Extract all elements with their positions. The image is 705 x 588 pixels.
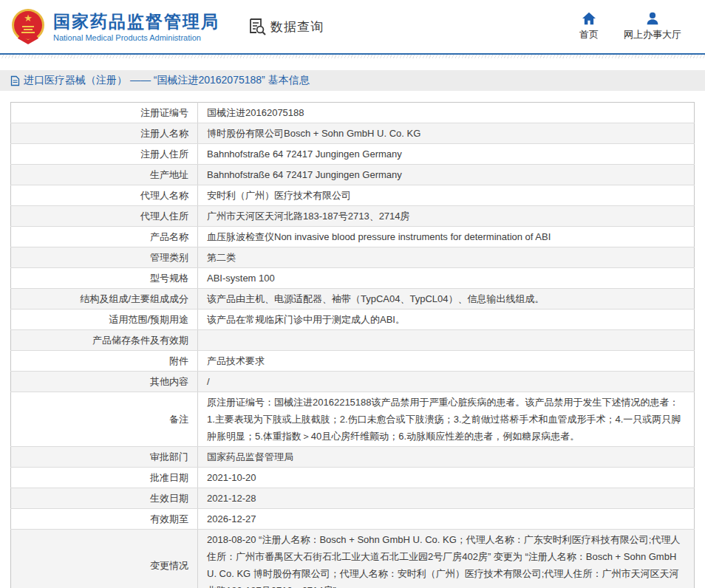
data-query-icon (248, 17, 268, 37)
row-label: 产品名称 (11, 227, 198, 247)
row-label: 附件 (11, 351, 198, 372)
row-label: 管理类别 (11, 247, 198, 268)
agency-title-en: National Medical Products Administration (53, 33, 219, 42)
row-label: 型号规格 (11, 268, 198, 289)
user-icon (645, 12, 660, 25)
table-row: 生效日期2021-12-28 (11, 488, 695, 509)
row-label: 注册人住所 (11, 144, 198, 165)
row-value: 安时利（广州）医疗技术有限公司 (198, 185, 695, 206)
table-row: 代理人住所广州市天河区天河北路183-187号2713、2714房 (11, 206, 695, 227)
table-row: 有效期至2026-12-27 (11, 509, 695, 530)
table-row: 批准日期2021-10-20 (11, 468, 695, 488)
agency-title-block: 国家药品监督管理局 National Medical Products Admi… (53, 12, 219, 42)
data-query-module[interactable]: 数据查询 (248, 17, 324, 37)
row-label: 批准日期 (11, 468, 198, 488)
table-row: 适用范围/预期用途该产品在常规临床门诊中用于测定成人的ABI。 (11, 310, 695, 330)
row-label: 代理人名称 (11, 185, 198, 206)
table-row: 变更情况2018-08-20 “注册人名称：Bosch + Sohn GmbH … (11, 530, 695, 588)
table-row: 注册人住所Bahnhofstraße 64 72417 Jungingen Ge… (11, 144, 695, 165)
row-value: 2026-12-27 (198, 509, 695, 530)
row-value: ABI-system 100 (198, 268, 695, 289)
row-value: 2021-10-20 (198, 468, 695, 488)
row-label: 生产地址 (11, 165, 198, 185)
row-label: 审批部门 (11, 447, 198, 468)
row-label: 结构及组成/主要组成成分 (11, 289, 198, 310)
row-label: 代理人住所 (11, 206, 198, 227)
data-query-label: 数据查询 (270, 18, 324, 35)
row-value: 博时股份有限公司Bosch + Sohn GmbH U. Co. KG (198, 123, 695, 144)
table-row: 注册证编号国械注进20162075188 (11, 103, 695, 123)
row-value: Bahnhofstraße 64 72417 Jungingen Germany (198, 144, 695, 165)
row-value: 2018-08-20 “注册人名称：Bosch + Sohn GmbH U. C… (198, 530, 695, 588)
document-icon (10, 75, 20, 86)
row-label: 生效日期 (11, 488, 198, 509)
row-value: 国械注进20162075188 (198, 103, 695, 123)
registration-info-table: 注册证编号国械注进20162075188注册人名称博时股份有限公司Bosch +… (10, 102, 695, 588)
national-emblem-logo: ★ (10, 7, 46, 47)
row-value: Bahnhofstraße 64 72417 Jungingen Germany (198, 165, 695, 185)
row-value: 广州市天河区天河北路183-187号2713、2714房 (198, 206, 695, 227)
row-label: 有效期至 (11, 509, 198, 530)
row-value: 该产品由主机、电源适配器、袖带（TypCA04、TypCL04）、信息输出线组成… (198, 289, 695, 310)
site-header: ★ 国家药品监督管理局 National Medical Products Ad… (0, 0, 705, 55)
header-hatch-strip (0, 55, 705, 58)
table-row: 附件产品技术要求 (11, 351, 695, 372)
table-row: 型号规格ABI-system 100 (11, 268, 695, 289)
row-value: 第二类 (198, 247, 695, 268)
row-label: 产品储存条件及有效期 (11, 330, 198, 351)
svg-text:★: ★ (24, 13, 33, 24)
row-label: 注册人名称 (11, 123, 198, 144)
table-row: 生产地址Bahnhofstraße 64 72417 Jungingen Ger… (11, 165, 695, 185)
nav-hall-label: 网上办事大厅 (624, 28, 681, 41)
row-value: 血压脉波检查仪Non invasive blood pressure instr… (198, 227, 695, 247)
table-row: 结构及组成/主要组成成分该产品由主机、电源适配器、袖带（TypCA04、TypC… (11, 289, 695, 310)
row-label: 其他内容 (11, 372, 198, 392)
row-value: 产品技术要求 (198, 351, 695, 372)
row-label: 变更情况 (11, 530, 198, 588)
row-label: 备注 (11, 392, 198, 447)
row-value: 原注册证编号：国械注进20162215188该产品禁用于严重心脏疾病的患者。该产… (198, 392, 695, 447)
table-row: 其他内容/ (11, 372, 695, 392)
nav-home-label: 首页 (579, 28, 599, 41)
table-row: 审批部门国家药品监督管理局 (11, 447, 695, 468)
row-value: 国家药品监督管理局 (198, 447, 695, 468)
top-nav: 首页 网上办事大厅 (579, 12, 681, 41)
row-value (198, 330, 695, 351)
table-row: 备注原注册证编号：国械注进20162215188该产品禁用于严重心脏疾病的患者。… (11, 392, 695, 447)
row-label: 注册证编号 (11, 103, 198, 123)
table-row: 管理类别第二类 (11, 247, 695, 268)
table-row: 产品名称血压脉波检查仪Non invasive blood pressure i… (11, 227, 695, 247)
nav-item-service-hall[interactable]: 网上办事大厅 (624, 12, 681, 41)
agency-title-zh: 国家药品监督管理局 (53, 12, 219, 31)
row-label: 适用范围/预期用途 (11, 310, 198, 330)
row-value: 该产品在常规临床门诊中用于测定成人的ABI。 (198, 310, 695, 330)
table-row: 注册人名称博时股份有限公司Bosch + Sohn GmbH U. Co. KG (11, 123, 695, 144)
row-value: / (198, 372, 695, 392)
nav-item-home[interactable]: 首页 (579, 12, 599, 41)
table-row: 代理人名称安时利（广州）医疗技术有限公司 (11, 185, 695, 206)
breadcrumb-bar: 进口医疗器械（注册） —— “国械注进20162075188” 基本信息 (0, 70, 705, 91)
home-icon (582, 12, 596, 25)
page-title: 进口医疗器械（注册） —— “国械注进20162075188” 基本信息 (24, 74, 310, 87)
table-row: 产品储存条件及有效期 (11, 330, 695, 351)
row-value: 2021-12-28 (198, 488, 695, 509)
